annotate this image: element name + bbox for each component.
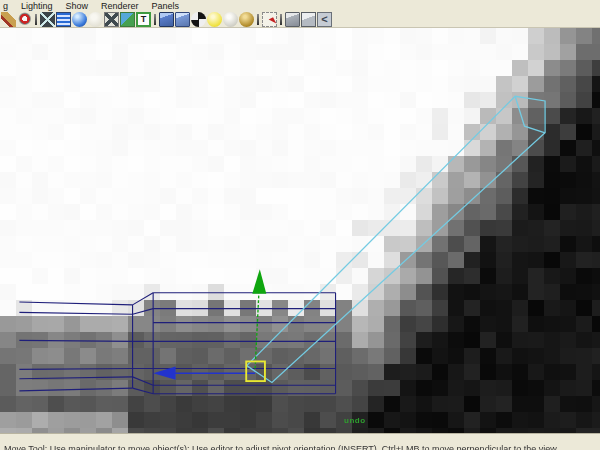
viewport-hud-message: undo bbox=[344, 416, 366, 425]
menu-item-show[interactable]: Show bbox=[66, 1, 89, 11]
flat-lighting-icon[interactable] bbox=[223, 12, 238, 27]
menu-item-panels[interactable]: Panels bbox=[152, 1, 180, 11]
xray-display-icon[interactable] bbox=[301, 12, 316, 27]
isolate-select-icon[interactable] bbox=[285, 12, 300, 27]
barrel-wireframe[interactable] bbox=[19, 293, 335, 394]
all-lights-icon[interactable] bbox=[239, 12, 254, 27]
safe-title-region-icon[interactable] bbox=[120, 12, 135, 27]
marquee-select-icon[interactable] bbox=[262, 12, 277, 27]
toolbar-separator bbox=[33, 13, 39, 26]
selected-face-outline[interactable] bbox=[247, 96, 545, 382]
toolbar-separator bbox=[278, 13, 284, 26]
toolbar-separator bbox=[152, 13, 158, 26]
film-gate-icon[interactable] bbox=[40, 12, 55, 27]
maya-viewport-panel: gLightingShowRendererPanels T< bbox=[0, 0, 600, 450]
menu-item-shading-partial[interactable]: g bbox=[3, 1, 8, 11]
menu-item-lighting[interactable]: Lighting bbox=[21, 1, 53, 11]
smooth-shade-icon[interactable] bbox=[175, 12, 190, 27]
viewport[interactable]: undo bbox=[0, 28, 600, 433]
isolate-view-icon[interactable]: < bbox=[317, 12, 332, 27]
help-line-bar: Move Tool: Use manipulator to move objec… bbox=[0, 433, 600, 450]
textured-display-icon[interactable] bbox=[191, 12, 206, 27]
default-lighting-icon[interactable] bbox=[207, 12, 222, 27]
field-chart-icon[interactable] bbox=[88, 12, 103, 27]
panel-toolbar: T< bbox=[0, 11, 600, 28]
safe-title-icon[interactable]: T bbox=[136, 12, 151, 27]
zoom-region-icon[interactable] bbox=[17, 12, 32, 27]
model-wireframe-overlay bbox=[0, 28, 600, 433]
grease-pencil-icon[interactable] bbox=[1, 12, 16, 27]
gate-mask-icon[interactable] bbox=[72, 12, 87, 27]
resolution-gate-icon[interactable] bbox=[56, 12, 71, 27]
toolbar-separator bbox=[255, 13, 261, 26]
menu-item-renderer[interactable]: Renderer bbox=[101, 1, 139, 11]
help-line-text: Move Tool: Use manipulator to move objec… bbox=[4, 444, 600, 450]
panel-menu-bar: gLightingShowRendererPanels bbox=[0, 0, 600, 11]
wireframe-on-shaded-icon[interactable] bbox=[159, 12, 174, 27]
move-manipulator[interactable] bbox=[153, 269, 266, 381]
safe-action-icon[interactable] bbox=[104, 12, 119, 27]
